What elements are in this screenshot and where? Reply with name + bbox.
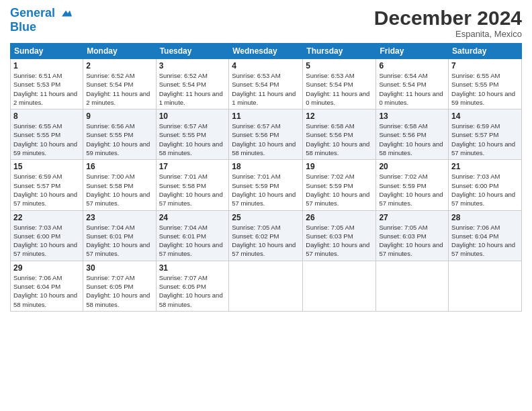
day-info: Sunrise: 7:04 AM Sunset: 6:01 PM Dayligh… — [159, 223, 226, 259]
calendar-day-cell: 27Sunrise: 7:05 AM Sunset: 6:03 PM Dayli… — [376, 210, 449, 261]
day-number: 19 — [306, 162, 373, 171]
calendar-day-cell: 18Sunrise: 7:01 AM Sunset: 5:59 PM Dayli… — [229, 160, 303, 210]
calendar-day-cell: 16Sunrise: 7:00 AM Sunset: 5:58 PM Dayli… — [83, 160, 156, 210]
calendar-day-cell: 28Sunrise: 7:06 AM Sunset: 6:04 PM Dayli… — [449, 210, 522, 261]
calendar-day-cell: 13Sunrise: 6:58 AM Sunset: 5:56 PM Dayli… — [376, 109, 449, 160]
day-number: 2 — [86, 61, 152, 71]
calendar-day-cell: 23Sunrise: 7:04 AM Sunset: 6:01 PM Dayli… — [83, 210, 156, 261]
calendar-day-cell: 24Sunrise: 7:04 AM Sunset: 6:01 PM Dayli… — [156, 210, 229, 261]
day-info: Sunrise: 6:55 AM Sunset: 5:55 PM Dayligh… — [451, 71, 519, 107]
calendar-day-header: Thursday — [303, 44, 376, 59]
day-info: Sunrise: 6:52 AM Sunset: 5:54 PM Dayligh… — [86, 71, 152, 107]
day-number: 18 — [232, 162, 300, 171]
day-info: Sunrise: 6:58 AM Sunset: 5:56 PM Dayligh… — [379, 122, 445, 157]
logo-blue: Blue — [10, 20, 72, 34]
day-number: 29 — [13, 263, 80, 273]
day-info: Sunrise: 7:03 AM Sunset: 6:00 PM Dayligh… — [451, 172, 519, 208]
calendar-day-cell: 25Sunrise: 7:05 AM Sunset: 6:02 PM Dayli… — [229, 210, 303, 261]
calendar-day-header: Wednesday — [229, 44, 303, 59]
day-number: 13 — [379, 111, 445, 121]
day-info: Sunrise: 7:07 AM Sunset: 6:05 PM Dayligh… — [159, 273, 226, 309]
day-info: Sunrise: 7:02 AM Sunset: 5:59 PM Dayligh… — [379, 172, 445, 208]
calendar-day-cell: 2Sunrise: 6:52 AM Sunset: 5:54 PM Daylig… — [83, 59, 156, 109]
day-info: Sunrise: 6:52 AM Sunset: 5:54 PM Dayligh… — [159, 71, 226, 107]
day-info: Sunrise: 6:59 AM Sunset: 5:57 PM Dayligh… — [13, 172, 80, 208]
calendar-day-cell: 8Sunrise: 6:55 AM Sunset: 5:55 PM Daylig… — [11, 109, 83, 160]
day-info: Sunrise: 6:55 AM Sunset: 5:55 PM Dayligh… — [13, 122, 80, 157]
month-title: December 2024 — [374, 7, 522, 29]
day-info: Sunrise: 7:05 AM Sunset: 6:02 PM Dayligh… — [232, 223, 300, 259]
day-number: 4 — [232, 61, 300, 71]
calendar-table: SundayMondayTuesdayWednesdayThursdayFrid… — [10, 43, 522, 312]
day-number: 20 — [379, 162, 445, 171]
day-info: Sunrise: 6:53 AM Sunset: 5:54 PM Dayligh… — [232, 71, 300, 107]
day-number: 22 — [13, 213, 80, 222]
day-number: 28 — [451, 213, 519, 222]
day-number: 8 — [13, 111, 80, 121]
day-info: Sunrise: 7:06 AM Sunset: 6:04 PM Dayligh… — [451, 223, 519, 259]
day-info: Sunrise: 6:57 AM Sunset: 5:56 PM Dayligh… — [232, 122, 300, 157]
day-number: 6 — [379, 61, 445, 71]
location-subtitle: Espanita, Mexico — [374, 29, 522, 39]
day-number: 7 — [451, 61, 519, 71]
day-number: 23 — [86, 213, 152, 222]
logo-icon — [60, 7, 72, 19]
day-number: 24 — [159, 213, 226, 222]
day-info: Sunrise: 7:00 AM Sunset: 5:58 PM Dayligh… — [86, 172, 152, 208]
calendar-day-header: Tuesday — [156, 44, 229, 59]
day-number: 1 — [13, 61, 80, 71]
day-info: Sunrise: 6:56 AM Sunset: 5:55 PM Dayligh… — [86, 122, 152, 157]
day-info: Sunrise: 6:59 AM Sunset: 5:57 PM Dayligh… — [451, 122, 519, 157]
day-info: Sunrise: 7:02 AM Sunset: 5:59 PM Dayligh… — [306, 172, 373, 208]
calendar-day-cell: 15Sunrise: 6:59 AM Sunset: 5:57 PM Dayli… — [11, 160, 83, 210]
logo: General Blue — [10, 7, 72, 34]
day-info: Sunrise: 7:01 AM Sunset: 5:58 PM Dayligh… — [159, 172, 226, 208]
day-number: 3 — [159, 61, 226, 71]
calendar-day-cell: 26Sunrise: 7:05 AM Sunset: 6:03 PM Dayli… — [303, 210, 376, 261]
calendar-day-cell: 3Sunrise: 6:52 AM Sunset: 5:54 PM Daylig… — [156, 59, 229, 109]
calendar-day-header: Monday — [83, 44, 156, 59]
day-info: Sunrise: 7:05 AM Sunset: 6:03 PM Dayligh… — [306, 223, 373, 259]
calendar-day-cell: 19Sunrise: 7:02 AM Sunset: 5:59 PM Dayli… — [303, 160, 376, 210]
calendar-day-cell: 12Sunrise: 6:58 AM Sunset: 5:56 PM Dayli… — [303, 109, 376, 160]
day-info: Sunrise: 6:58 AM Sunset: 5:56 PM Dayligh… — [306, 122, 373, 157]
calendar-day-cell: 6Sunrise: 6:54 AM Sunset: 5:54 PM Daylig… — [376, 59, 449, 109]
calendar-day-cell: 10Sunrise: 6:57 AM Sunset: 5:55 PM Dayli… — [156, 109, 229, 160]
calendar-day-cell: 21Sunrise: 7:03 AM Sunset: 6:00 PM Dayli… — [449, 160, 522, 210]
calendar-week-row: 8Sunrise: 6:55 AM Sunset: 5:55 PM Daylig… — [11, 109, 522, 160]
calendar-header-row: SundayMondayTuesdayWednesdayThursdayFrid… — [11, 44, 522, 59]
day-number: 26 — [306, 213, 373, 222]
page-container: General Blue December 2024 Espanita, Mex… — [0, 0, 532, 411]
logo-text: General — [10, 7, 72, 20]
calendar-day-cell — [449, 261, 522, 311]
calendar-day-cell: 31Sunrise: 7:07 AM Sunset: 6:05 PM Dayli… — [156, 261, 229, 311]
page-header: General Blue December 2024 Espanita, Mex… — [10, 7, 522, 39]
calendar-week-row: 29Sunrise: 7:06 AM Sunset: 6:04 PM Dayli… — [11, 261, 522, 311]
calendar-week-row: 1Sunrise: 6:51 AM Sunset: 5:53 PM Daylig… — [11, 59, 522, 109]
calendar-day-cell: 30Sunrise: 7:07 AM Sunset: 6:05 PM Dayli… — [83, 261, 156, 311]
day-number: 17 — [159, 162, 226, 171]
calendar-day-header: Sunday — [11, 44, 83, 59]
calendar-day-cell: 7Sunrise: 6:55 AM Sunset: 5:55 PM Daylig… — [449, 59, 522, 109]
calendar-day-cell: 17Sunrise: 7:01 AM Sunset: 5:58 PM Dayli… — [156, 160, 229, 210]
svg-marker-0 — [62, 11, 72, 17]
day-info: Sunrise: 6:53 AM Sunset: 5:54 PM Dayligh… — [306, 71, 373, 107]
day-number: 21 — [451, 162, 519, 171]
day-number: 30 — [86, 263, 152, 273]
calendar-day-cell: 9Sunrise: 6:56 AM Sunset: 5:55 PM Daylig… — [83, 109, 156, 160]
calendar-day-cell — [229, 261, 303, 311]
calendar-day-cell — [303, 261, 376, 311]
calendar-week-row: 22Sunrise: 7:03 AM Sunset: 6:00 PM Dayli… — [11, 210, 522, 261]
day-number: 10 — [159, 111, 226, 121]
day-info: Sunrise: 7:03 AM Sunset: 6:00 PM Dayligh… — [13, 223, 80, 259]
day-info: Sunrise: 7:04 AM Sunset: 6:01 PM Dayligh… — [86, 223, 152, 259]
calendar-day-cell: 22Sunrise: 7:03 AM Sunset: 6:00 PM Dayli… — [11, 210, 83, 261]
calendar-day-cell: 11Sunrise: 6:57 AM Sunset: 5:56 PM Dayli… — [229, 109, 303, 160]
day-info: Sunrise: 7:06 AM Sunset: 6:04 PM Dayligh… — [13, 273, 80, 309]
calendar-day-cell: 29Sunrise: 7:06 AM Sunset: 6:04 PM Dayli… — [11, 261, 83, 311]
title-area: December 2024 Espanita, Mexico — [374, 7, 522, 39]
day-number: 11 — [232, 111, 300, 121]
calendar-day-cell: 5Sunrise: 6:53 AM Sunset: 5:54 PM Daylig… — [303, 59, 376, 109]
calendar-day-cell: 1Sunrise: 6:51 AM Sunset: 5:53 PM Daylig… — [11, 59, 83, 109]
calendar-day-header: Friday — [376, 44, 449, 59]
